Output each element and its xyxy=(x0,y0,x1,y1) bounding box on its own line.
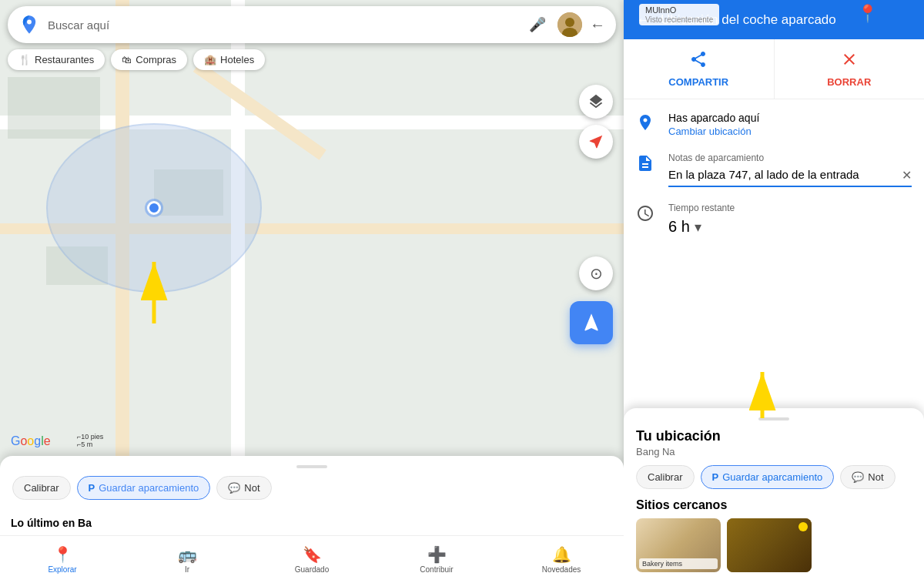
search-input[interactable]: Buscar aquí xyxy=(48,18,517,32)
parking-icon-right: P xyxy=(712,471,719,483)
notes-label: Notas de aparcamiento xyxy=(668,152,912,163)
novedades-icon: 🔔 xyxy=(552,545,571,564)
bang-na-label: Bang Na xyxy=(636,446,912,457)
contribuir-label: Contribuir xyxy=(420,565,453,574)
novedades-label: Novedades xyxy=(542,565,581,574)
not-label-left: Not xyxy=(244,482,259,494)
parked-here-body: Has aparcado aquí Cambiar ubicación xyxy=(668,112,912,137)
explorar-label: Explorar xyxy=(48,565,76,574)
guardar-aparcamiento-chip-right[interactable]: P Guardar aparcamiento xyxy=(701,465,835,489)
close-icon xyxy=(840,50,859,73)
parked-here-row: Has aparcado aquí Cambiar ubicación xyxy=(636,112,912,137)
guardado-label: Guardado xyxy=(295,565,329,574)
nav-novedades[interactable]: 🔔 Novedades xyxy=(499,536,624,583)
yellow-arrow-right xyxy=(739,364,785,429)
share-label: COMPARTIR xyxy=(668,76,728,88)
time-display: 6 h xyxy=(668,218,690,236)
clock-icon xyxy=(636,203,658,223)
yellow-arrow-left xyxy=(131,254,177,334)
chip-restaurantes[interactable]: 🍴 Restaurantes xyxy=(8,49,105,70)
time-body: Tiempo restante 6 h ▾ xyxy=(668,203,735,236)
filter-chips: 🍴 Restaurantes 🛍 Compras 🏨 Hoteles xyxy=(8,49,265,70)
not-label-right: Not xyxy=(868,471,883,483)
delete-label: BORRAR xyxy=(827,76,871,88)
guardar-aparcamiento-label-right: Guardar aparcamiento xyxy=(722,471,822,483)
nav-guardado[interactable]: 🔖 Guardado xyxy=(249,536,374,583)
map-controls xyxy=(579,85,613,159)
notes-body: Notas de aparcamiento En la plaza 747, a… xyxy=(668,152,912,187)
contribuir-icon: ➕ xyxy=(427,545,447,564)
guardar-aparcamiento-label-left: Guardar aparcamiento xyxy=(99,482,199,494)
calibrar-label-left: Calibrar xyxy=(24,482,59,494)
tu-ubicacion-label: Tu ubicación xyxy=(636,428,912,444)
notas-chip-right[interactable]: 💬 Not xyxy=(840,465,895,489)
time-value-row: 6 h ▾ xyxy=(668,218,735,236)
sitio-image-1[interactable]: Bakery items xyxy=(636,518,721,572)
time-dropdown-arrow[interactable]: ▾ xyxy=(695,219,701,236)
chip-compras[interactable]: 🛍 Compras xyxy=(111,49,187,70)
sitio-image-2[interactable] xyxy=(727,518,812,572)
sitios-images: Bakery items xyxy=(636,518,912,572)
drawer-handle-left xyxy=(296,465,327,468)
notes-row: Notas de aparcamiento En la plaza 747, a… xyxy=(636,152,912,187)
delete-button[interactable]: BORRAR xyxy=(775,39,925,99)
mulinno-badge: MUlnnOVisto recientemente xyxy=(639,4,719,25)
chat-icon-left: 💬 xyxy=(228,482,240,494)
mic-icon[interactable]: 🎤 xyxy=(525,12,550,37)
layers-button[interactable] xyxy=(579,85,613,119)
right-drawer-chips: Calibrar P Guardar aparcamiento 💬 Not xyxy=(636,465,912,489)
user-avatar[interactable] xyxy=(557,12,582,37)
svg-point-0 xyxy=(27,20,32,25)
panel-actions: COMPARTIR BORRAR xyxy=(624,39,924,99)
notes-icon xyxy=(636,152,658,173)
chat-icon-right: 💬 xyxy=(852,471,864,483)
nav-contribuir[interactable]: ➕ Contribuir xyxy=(374,536,499,583)
scale-bar: ⌐10 pies ⌐5 m xyxy=(77,433,103,448)
explorar-icon: 📍 xyxy=(53,545,72,564)
ir-label: Ir xyxy=(185,565,189,574)
guardar-aparcamiento-chip-left[interactable]: P Guardar aparcamiento xyxy=(77,476,211,500)
notes-input-row: En la plaza 747, al lado de la entrada ✕ xyxy=(668,168,912,187)
search-bar: Buscar aquí 🎤 ← xyxy=(8,6,616,43)
svg-point-2 xyxy=(565,18,574,27)
nav-ir[interactable]: 🚌 Ir xyxy=(125,536,249,583)
parking-location-icon xyxy=(636,112,658,132)
calibrar-chip-right[interactable]: Calibrar xyxy=(636,465,695,489)
nav-explorar[interactable]: 📍 Explorar xyxy=(0,536,125,583)
time-label: Tiempo restante xyxy=(668,203,735,213)
maps-logo-icon xyxy=(18,14,40,35)
fork-knife-icon: 🍴 xyxy=(18,54,31,65)
ir-icon: 🚌 xyxy=(178,545,197,564)
bottom-drawer-left-chips: Calibrar P Guardar aparcamiento 💬 Not xyxy=(12,476,611,500)
lo-ultimo-label: Lo último en Ba xyxy=(11,517,613,529)
notes-clear-button[interactable]: ✕ xyxy=(902,168,912,183)
time-row: Tiempo restante 6 h ▾ xyxy=(636,203,912,236)
guardado-icon: 🔖 xyxy=(303,545,322,564)
map-panel-left[interactable]: Buscar aquí 🎤 ← 🍴 Restaurantes 🛍 Compras… xyxy=(0,0,624,583)
bottom-drawer-right: Tu ubicación Bang Na Calibrar P Guardar … xyxy=(624,408,924,583)
calibrar-chip-left[interactable]: Calibrar xyxy=(12,476,71,500)
google-logo: Google xyxy=(11,434,51,448)
change-location-link[interactable]: Cambiar ubicación xyxy=(668,126,912,137)
notes-text[interactable]: En la plaza 747, al lado de la entrada xyxy=(668,168,902,181)
location-dot-left xyxy=(147,201,161,215)
chip-hoteles[interactable]: 🏨 Hoteles xyxy=(193,49,265,70)
back-arrow-icon[interactable]: ← xyxy=(590,16,605,34)
parking-icon-left: P xyxy=(89,482,95,494)
navigation-fab[interactable] xyxy=(570,301,613,344)
locate-me-button[interactable]: ⊙ xyxy=(579,256,613,290)
share-button[interactable]: COMPARTIR xyxy=(624,39,775,99)
map-pin-right: 📍 xyxy=(857,4,878,24)
sitios-cercanos-title: Sitios cercanos xyxy=(636,498,912,512)
calibrar-label-right: Calibrar xyxy=(648,471,683,483)
hotel-icon: 🏨 xyxy=(204,54,216,65)
bottom-navigation: 📍 Explorar 🚌 Ir 🔖 Guardado ➕ Contribuir … xyxy=(0,535,624,583)
red-arrow-button[interactable] xyxy=(579,125,613,159)
map-block xyxy=(8,77,100,139)
notas-chip-left[interactable]: 💬 Not xyxy=(216,476,271,500)
shopping-icon: 🛍 xyxy=(122,54,132,65)
share-icon xyxy=(689,50,708,73)
parked-here-label: Has aparcado aquí xyxy=(668,112,912,124)
